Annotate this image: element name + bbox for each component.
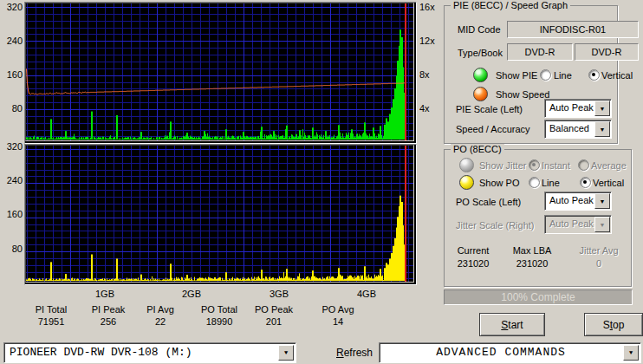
show-jitter-label: Show Jitter <box>479 160 526 171</box>
po-ytick-240: 240 <box>0 175 23 185</box>
stat-label-pi-avg: PI Avg <box>134 304 186 315</box>
po-line-radio[interactable] <box>529 177 540 188</box>
speed-accuracy-select[interactable]: Balanced ▼ <box>544 120 612 139</box>
pie-graph-canvas <box>25 3 414 141</box>
po-scale-label: PO Scale (Left) <box>456 197 521 207</box>
start-button[interactable]: Start <box>479 313 545 336</box>
po-scale-value: Auto Peak <box>549 195 594 205</box>
current-label: Current <box>447 245 499 256</box>
refresh-label[interactable]: Refresh <box>336 347 373 359</box>
stop-button[interactable]: Stop <box>584 313 643 336</box>
pie-graph-panel <box>24 2 417 144</box>
type-field: DVD-R <box>507 43 573 61</box>
stat-label-po-peak: PO Peak <box>248 304 300 315</box>
speed-ytick-8x: 8x <box>419 69 430 80</box>
advanced-commands-value: ADVANCED COMMANDS <box>380 346 622 359</box>
mid-code-field: INFODISC-R01 <box>507 21 639 38</box>
pie-ytick-160: 160 <box>0 69 23 80</box>
show-pie-led-button[interactable] <box>473 68 488 82</box>
jitter-instant-label: Instant <box>542 160 570 171</box>
stat-label-pi-total: PI Total <box>25 304 77 315</box>
pie-speed-group-title: PIE (8ECC) / Speed Graph <box>451 0 570 10</box>
po-ytick-80: 80 <box>0 244 23 254</box>
po-ytick-160: 160 <box>0 209 23 219</box>
pie-scale-select[interactable]: Auto Peak ▼ <box>544 99 612 118</box>
stat-label-pi-peak: PI Peak <box>82 304 134 315</box>
type-book-label: Type/Book <box>458 48 503 58</box>
speed-accuracy-dropdown-arrow-icon[interactable]: ▼ <box>594 121 610 137</box>
show-po-label: Show PO <box>479 178 519 188</box>
scan-progress-bar: 100% Complete <box>444 289 633 305</box>
jitter-scale-dropdown-arrow-icon: ▼ <box>594 217 610 232</box>
show-po-led-button[interactable] <box>459 175 474 190</box>
pie-scale-value: Auto Peak <box>549 102 594 113</box>
pie-ytick-240: 240 <box>0 36 23 46</box>
speed-accuracy-value: Balanced <box>549 123 589 133</box>
jitter-scale-value: Auto Peak <box>549 218 594 229</box>
po-vertical-label: Vertical <box>593 178 624 188</box>
pie-ytick-80: 80 <box>0 103 23 114</box>
pie-scale-dropdown-arrow-icon[interactable]: ▼ <box>594 101 610 116</box>
speed-ytick-12x: 12x <box>419 36 435 46</box>
app-window: 320 240 160 80 320 240 160 80 16x 12x 8x… <box>0 0 643 364</box>
jitter-instant-radio <box>529 159 540 171</box>
po-group-title: PO (8ECC) <box>451 144 504 154</box>
stat-label-po-avg: PO Avg <box>312 304 364 315</box>
max-lba-value: 231020 <box>504 258 560 269</box>
po-graph-panel <box>24 144 417 285</box>
xtick-3gb: 3GB <box>266 289 292 299</box>
jitter-avg-value: 0 <box>572 258 626 269</box>
po-ytick-320: 320 <box>0 141 23 152</box>
stat-value-pi-total: 71951 <box>25 316 77 327</box>
jitter-avg-label: Jitter Avg <box>572 245 626 256</box>
speed-ytick-4x: 4x <box>419 103 430 114</box>
stat-value-pi-avg: 22 <box>134 316 186 327</box>
pie-line-label: Line <box>554 70 572 81</box>
show-jitter-led-button <box>459 158 474 172</box>
book-field: DVD-R <box>575 43 639 61</box>
pie-vertical-radio[interactable] <box>588 69 600 81</box>
stat-value-po-peak: 201 <box>248 316 300 327</box>
drive-select[interactable]: PIONEER DVD-RW DVR-108 (M:) ▼ <box>3 342 296 363</box>
xtick-1gb: 1GB <box>92 289 118 299</box>
jitter-average-label: Average <box>591 160 627 171</box>
stat-value-po-avg: 14 <box>312 316 364 327</box>
max-lba-label: Max LBA <box>504 245 560 256</box>
jitter-scale-label: Jitter Scale (Right) <box>456 220 534 231</box>
pie-ytick-320: 320 <box>0 2 23 12</box>
pie-scale-label: PIE Scale (Left) <box>456 104 523 114</box>
po-vertical-radio[interactable] <box>580 177 591 188</box>
speed-ytick-16x: 16x <box>419 2 435 12</box>
jitter-scale-select: Auto Peak ▼ <box>544 215 612 234</box>
stat-value-po-total: 18990 <box>193 316 245 327</box>
po-scale-select[interactable]: Auto Peak ▼ <box>544 192 612 211</box>
drive-dropdown-arrow-icon[interactable]: ▼ <box>278 345 294 361</box>
mid-code-label: MID Code <box>458 24 501 35</box>
speed-accuracy-label: Speed / Accuracy <box>456 124 530 134</box>
show-pie-label: Show PIE <box>496 70 537 81</box>
show-speed-label: Show Speed <box>496 89 549 100</box>
stat-value-pi-peak: 256 <box>82 316 134 327</box>
pie-line-radio[interactable] <box>540 69 551 81</box>
po-scale-dropdown-arrow-icon[interactable]: ▼ <box>594 193 610 209</box>
advanced-commands-select[interactable]: ADVANCED COMMANDS ▼ <box>379 342 641 363</box>
po-line-label: Line <box>542 178 560 188</box>
stat-label-po-total: PO Total <box>193 304 245 315</box>
show-speed-led-button[interactable] <box>473 87 488 101</box>
current-value: 231020 <box>447 258 499 269</box>
xtick-4gb: 4GB <box>354 289 380 299</box>
drive-select-value: PIONEER DVD-RW DVR-108 (M:) <box>10 346 192 359</box>
pie-vertical-label: Vertical <box>601 70 633 81</box>
po-graph-canvas <box>25 145 414 283</box>
xtick-2gb: 2GB <box>179 289 205 299</box>
jitter-average-radio <box>578 159 589 171</box>
advanced-commands-dropdown-arrow-icon[interactable]: ▼ <box>623 345 639 361</box>
